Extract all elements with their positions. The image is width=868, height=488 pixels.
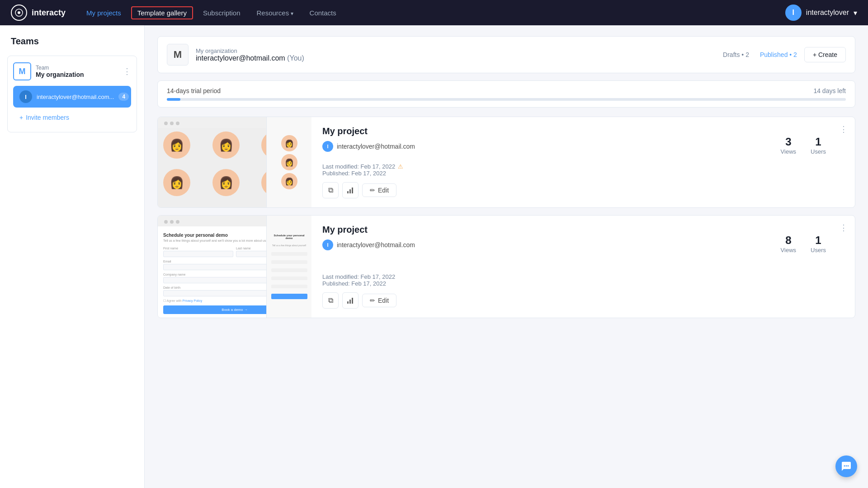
mini-face-3: 👩 [281,173,297,189]
edit-label-2: Edit [378,297,389,304]
trial-progress-fill [167,98,180,101]
nav-links: My projects Template gallery Subscriptio… [80,6,771,19]
drafts-stat: Drafts • 2 [723,51,749,58]
edit-button-1[interactable]: ✏ Edit [362,183,396,197]
team-name: My organization [36,71,118,78]
owner-avatar-2: I [322,239,333,250]
project-dates-2: Last modified: Feb 17, 2022 Published: F… [322,268,844,287]
dot [176,122,179,125]
team-info: Team My organization [36,65,118,78]
dot [170,122,174,125]
project-actions-2: ⧉ ✏ Edit [322,292,844,309]
modified-text-2: Last modified: Feb 17, 2022 [322,273,395,280]
views-label-2: Views [781,247,796,253]
project-preview-1: 👩 👩 👩 👩 👩 👩 👩 👩 👩 [158,117,311,207]
edit-button-2[interactable]: ✏ Edit [362,294,396,307]
member-button[interactable]: I interactylover@hotmail.com... 4 [13,86,131,108]
org-avatar: M [167,44,189,66]
org-info: My organization interactylover@hotmail.c… [196,47,716,62]
drafts-label: Drafts [723,51,740,58]
nav-contacts[interactable]: Contacts [303,6,343,19]
edit-label-1: Edit [378,187,389,194]
project-preview-2: Schedule your personal demo Tell us a fe… [158,216,311,318]
project-owner-2: I interactylover@hotmail.com [322,239,844,250]
users-label-1: Users [811,148,826,155]
published-link[interactable]: Published • 2 [760,51,797,58]
stats-button-1[interactable] [342,182,359,198]
edit-icon-2: ✏ [370,297,375,304]
owner-email-2: interactylover@hotmail.com [337,241,415,249]
brand-logo[interactable]: interacty [11,5,66,21]
svg-rect-4 [352,188,353,193]
project-card-1: 👩 👩 👩 👩 👩 👩 👩 👩 👩 [157,117,855,208]
user-avatar-nav: I [785,5,802,21]
nav-subscription[interactable]: Subscription [197,6,247,19]
member-email: interactylover@hotmail.com... [37,94,114,100]
users-num-1: 1 [811,136,826,148]
org-you-label: (You) [287,54,304,62]
org-email: interactylover@hotmail.com (You) [196,54,716,62]
face-2: 👩 [212,131,240,159]
user-name: interactylover [806,9,849,17]
svg-point-1 [18,11,20,14]
preview-right-mini-1: 👩 👩 👩 [266,117,311,207]
users-label-2: Users [811,247,826,253]
views-label-1: Views [781,148,796,155]
user-menu[interactable]: I interactylover ▾ [785,5,857,21]
invite-members-button[interactable]: + Invite members [13,109,131,126]
svg-rect-2 [347,191,349,193]
svg-rect-5 [347,301,349,304]
svg-point-9 [846,465,847,467]
external-link-button-2[interactable]: ⧉ [322,292,339,309]
preview-dots-2 [164,220,179,224]
invite-label: Invite members [26,114,69,121]
member-count: 4 [118,93,129,101]
published-date-2: Published: Feb 17, 2022 [322,280,844,287]
svg-rect-6 [349,300,351,304]
trial-top: 14-days trial period 14 days left [167,87,846,94]
svg-rect-7 [352,298,353,304]
team-header: M Team My organization ⋮ [13,62,131,80]
drafts-count: 2 [745,51,749,58]
external-link-button-1[interactable]: ⧉ [322,182,339,198]
project-card-2: Schedule your personal demo Tell us a fe… [157,215,855,318]
stats-button-2[interactable] [342,292,359,309]
brand-name: interacty [32,8,66,18]
project-dates-1: Last modified: Feb 17, 2022 ⚠ Published:… [322,158,844,177]
projects-list: 👩 👩 👩 👩 👩 👩 👩 👩 👩 [157,117,855,318]
create-button[interactable]: + Create [804,47,846,62]
team-label: Team [36,65,118,71]
project-actions-1: ⧉ ✏ Edit [322,182,844,198]
published-text-1: Published: Feb 17, 2022 [322,170,386,177]
views-stat-2: 8 Views [781,234,796,253]
project-owner-1: I interactylover@hotmail.com [322,141,844,152]
published-label: Published [760,51,788,58]
owner-avatar-1: I [322,141,333,152]
published-date-1: Published: Feb 17, 2022 [322,170,844,177]
owner-email-1: interactylover@hotmail.com [337,143,415,150]
project-title-2: My project [322,225,844,235]
modified-text-1: Last modified: Feb 17, 2022 [322,163,395,170]
edit-icon-1: ✏ [370,187,375,194]
warning-icon-1: ⚠ [398,163,403,170]
project-info-1: ⋮ My project I interactylover@hotmail.co… [311,117,855,207]
nav-resources[interactable]: Resources [250,6,300,19]
team-options-icon[interactable]: ⋮ [123,66,131,76]
dot [164,220,168,224]
main-content: M My organization interactylover@hotmail… [145,25,868,488]
sidebar-title: Teams [7,36,137,47]
face-5: 👩 [212,169,240,196]
views-num-1: 3 [781,136,796,148]
mini-face-1: 👩 [281,135,297,151]
project-options-icon-2[interactable]: ⋮ [840,223,848,233]
nav-template-gallery[interactable]: Template gallery [131,6,193,19]
nav-my-projects[interactable]: My projects [80,6,127,19]
org-header: M My organization interactylover@hotmail… [157,36,855,73]
project-info-2: ⋮ My project I interactylover@hotmail.co… [311,216,855,318]
member-avatar: I [19,90,32,103]
project-options-icon-1[interactable]: ⋮ [840,124,848,134]
published-stat: Published • 2 [760,51,797,58]
trial-bar: 14-days trial period 14 days left [157,80,855,108]
chat-fab-button[interactable] [835,455,857,477]
brand-icon [11,5,27,21]
